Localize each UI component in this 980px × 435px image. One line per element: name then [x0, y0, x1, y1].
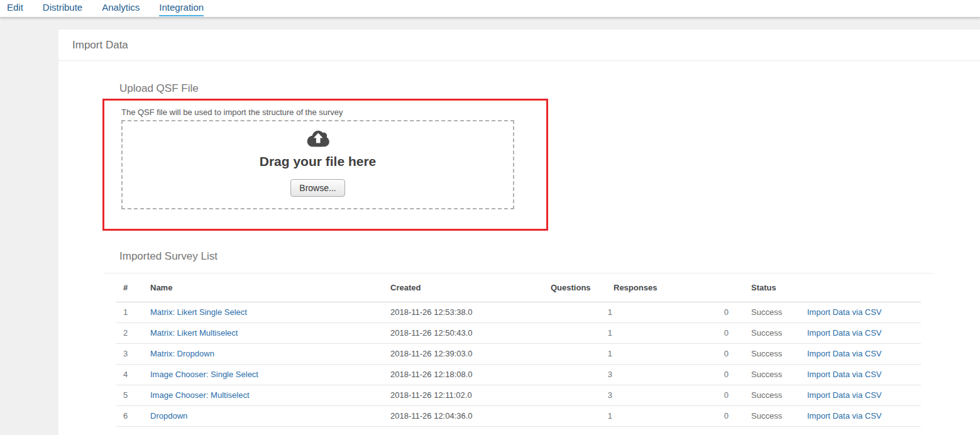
- col-header-created: Created: [390, 273, 550, 302]
- status-label: Success: [729, 405, 807, 426]
- import-csv-link[interactable]: Import Data via CSV: [807, 307, 882, 317]
- row-number: 4: [116, 364, 150, 385]
- questions-count: 1: [550, 343, 613, 364]
- row-number: 5: [116, 385, 150, 405]
- import-csv-link[interactable]: Import Data via CSV: [807, 370, 882, 379]
- browse-button[interactable]: Browse...: [290, 179, 344, 197]
- responses-count: 0: [613, 302, 729, 322]
- upload-section-heading: Upload QSF File: [119, 82, 980, 95]
- col-header-status: Status: [729, 273, 807, 302]
- table-header-row: # Name Created Questions Responses Statu…: [116, 273, 921, 302]
- survey-name-link[interactable]: Dropdown: [150, 411, 187, 421]
- created-timestamp: 2018-11-26 12:50:43.0: [390, 322, 550, 343]
- cloud-upload-icon: [303, 128, 333, 152]
- col-header-num: #: [116, 273, 150, 302]
- row-number: 2: [116, 322, 150, 343]
- dropzone-label: Drag your file here: [123, 154, 513, 169]
- status-label: Success: [729, 322, 807, 343]
- col-header-responses: Responses: [613, 273, 729, 302]
- status-label: Success: [729, 302, 807, 322]
- top-nav: Edit Distribute Analytics Integration: [0, 0, 980, 18]
- responses-count: 0: [613, 385, 729, 405]
- tab-edit[interactable]: Edit: [7, 1, 23, 16]
- created-timestamp: 2018-11-26 12:18:08.0: [390, 364, 550, 385]
- col-header-action: [807, 273, 921, 302]
- col-header-name: Name: [150, 273, 390, 302]
- responses-count: 0: [613, 343, 729, 364]
- row-number: 1: [116, 302, 150, 322]
- row-number: 6: [116, 405, 150, 426]
- questions-count: 1: [550, 302, 613, 322]
- page-title: Import Data: [72, 39, 128, 52]
- questions-count: 1: [550, 405, 613, 426]
- table-row: 4 Image Chooser: Single Select 2018-11-2…: [116, 364, 921, 385]
- imported-survey-table: # Name Created Questions Responses Statu…: [116, 273, 921, 427]
- questions-count: 1: [550, 322, 613, 343]
- import-csv-link[interactable]: Import Data via CSV: [807, 349, 882, 358]
- survey-name-link[interactable]: Image Chooser: Single Select: [150, 370, 258, 379]
- questions-count: 3: [550, 385, 613, 405]
- survey-list-heading: Imported Survey List: [119, 250, 980, 263]
- import-csv-link[interactable]: Import Data via CSV: [807, 328, 882, 338]
- status-label: Success: [729, 364, 807, 385]
- responses-count: 0: [613, 405, 729, 426]
- content-panel: Import Data Upload QSF File The QSF file…: [58, 30, 980, 435]
- created-timestamp: 2018-11-26 12:39:03.0: [390, 343, 550, 364]
- upload-helper-text: The QSF file will be used to import the …: [121, 107, 546, 117]
- questions-count: 3: [550, 364, 613, 385]
- table-row: 6 Dropdown 2018-11-26 12:04:36.0 1 0 Suc…: [116, 405, 921, 426]
- table-row: 2 Matrix: Likert Multiselect 2018-11-26 …: [116, 322, 921, 343]
- table-row: 3 Matrix: Dropdown 2018-11-26 12:39:03.0…: [116, 343, 921, 364]
- table-row: 5 Image Chooser: Multiselect 2018-11-26 …: [116, 385, 921, 405]
- row-number: 3: [116, 343, 150, 364]
- survey-name-link[interactable]: Matrix: Likert Multiselect: [150, 328, 238, 338]
- col-header-questions: Questions: [550, 273, 613, 302]
- table-row: 1 Matrix: Likert Single Select 2018-11-2…: [116, 302, 921, 322]
- status-label: Success: [729, 385, 807, 405]
- tab-analytics[interactable]: Analytics: [102, 1, 140, 16]
- tab-integration[interactable]: Integration: [159, 1, 204, 16]
- created-timestamp: 2018-11-26 12:11:02.0: [390, 385, 550, 405]
- survey-name-link[interactable]: Matrix: Likert Single Select: [150, 307, 247, 317]
- import-csv-link[interactable]: Import Data via CSV: [807, 411, 882, 421]
- created-timestamp: 2018-11-26 12:53:38.0: [390, 302, 550, 322]
- annotation-highlight-box: The QSF file will be used to import the …: [102, 99, 548, 231]
- created-timestamp: 2018-11-26 12:04:36.0: [390, 405, 550, 426]
- tab-distribute[interactable]: Distribute: [43, 1, 82, 16]
- survey-name-link[interactable]: Matrix: Dropdown: [150, 349, 214, 358]
- responses-count: 0: [613, 364, 729, 385]
- panel-title-bar: Import Data: [58, 30, 980, 61]
- file-dropzone[interactable]: Drag your file here Browse...: [121, 120, 514, 209]
- status-label: Success: [729, 343, 807, 364]
- import-csv-link[interactable]: Import Data via CSV: [807, 390, 882, 400]
- responses-count: 0: [613, 322, 729, 343]
- survey-name-link[interactable]: Image Chooser: Multiselect: [150, 390, 250, 400]
